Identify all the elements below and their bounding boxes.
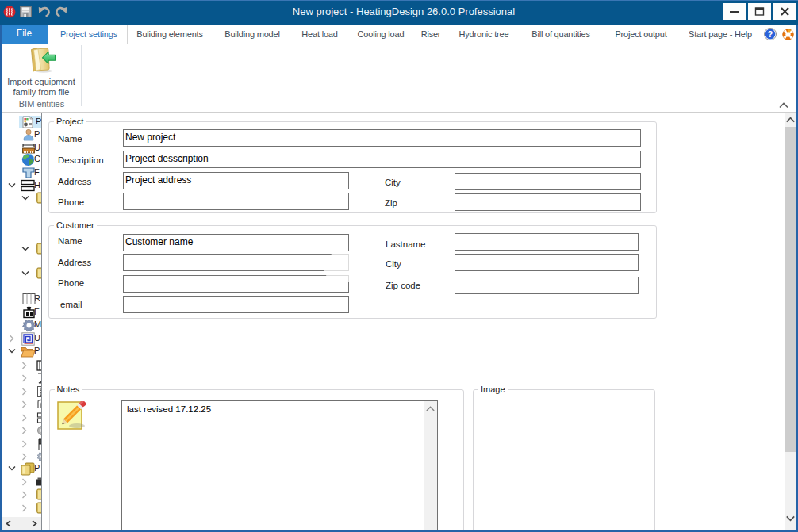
svg-text:?: ? xyxy=(768,29,773,39)
